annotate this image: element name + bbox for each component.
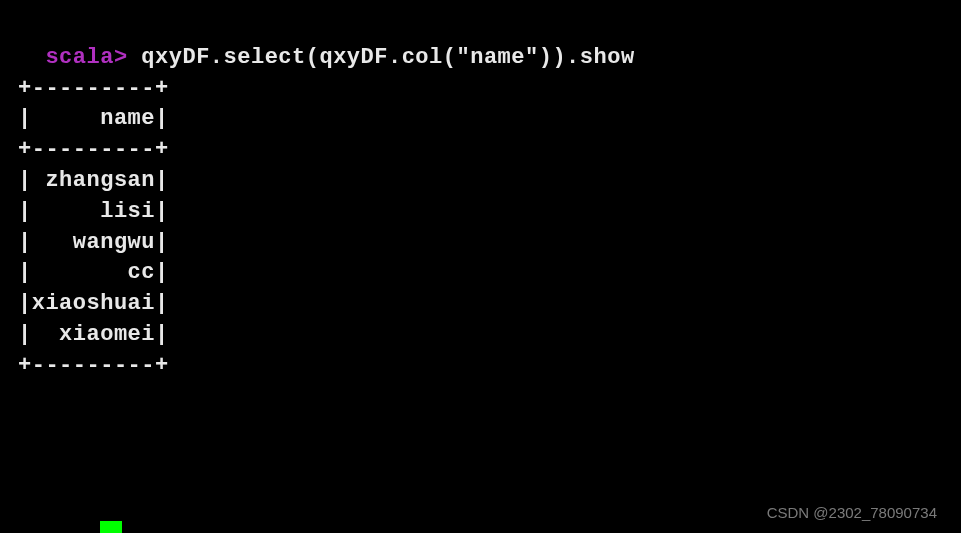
table-header: | name| bbox=[18, 104, 943, 135]
table-border-top: +---------+ bbox=[18, 74, 943, 105]
table-row: | lisi| bbox=[18, 197, 943, 228]
table-border-mid: +---------+ bbox=[18, 135, 943, 166]
watermark-text: CSDN @2302_78090734 bbox=[767, 504, 937, 521]
table-row: | wangwu| bbox=[18, 228, 943, 259]
terminal-cursor bbox=[100, 521, 122, 533]
command-line: scala> qxyDF.select(qxyDF.col("name")).s… bbox=[18, 12, 943, 74]
table-row: | xiaomei| bbox=[18, 320, 943, 351]
table-border-bot: +---------+ bbox=[18, 351, 943, 382]
output-block: +---------+ | name| +---------+ | zhangs… bbox=[18, 74, 943, 382]
table-row: | zhangsan| bbox=[18, 166, 943, 197]
table-row: | cc| bbox=[18, 258, 943, 289]
scala-prompt: scala> bbox=[45, 45, 127, 70]
table-row: |xiaoshuai| bbox=[18, 289, 943, 320]
command-text: qxyDF.select(qxyDF.col("name")).show bbox=[128, 45, 635, 70]
